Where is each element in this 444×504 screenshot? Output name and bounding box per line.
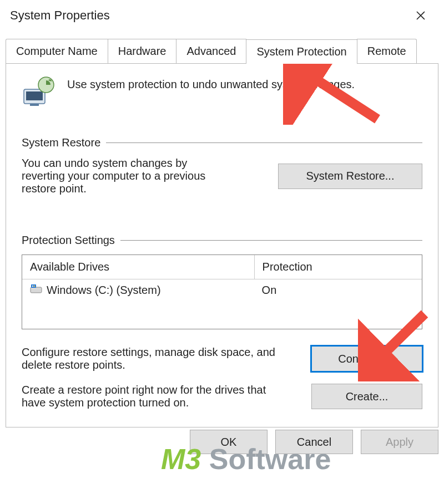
drive-table: Available Drives Protection Windows (C:)… xyxy=(22,254,422,329)
system-restore-button[interactable]: System Restore... xyxy=(278,164,422,189)
create-desc: Create a restore point right now for the… xyxy=(22,384,277,409)
group-header-system-restore: System Restore xyxy=(22,136,422,149)
drive-icon xyxy=(30,284,42,297)
close-icon xyxy=(416,8,426,23)
group-title: Protection Settings xyxy=(22,234,115,247)
drive-protection-status: On xyxy=(254,279,422,301)
window-title: System Properties xyxy=(10,8,110,23)
titlebar: System Properties xyxy=(0,0,444,29)
tab-advanced[interactable]: Advanced xyxy=(176,39,246,63)
svg-rect-1 xyxy=(26,91,43,100)
configure-desc: Configure restore settings, manage disk … xyxy=(22,346,277,371)
svg-rect-4 xyxy=(31,287,42,293)
col-protection[interactable]: Protection xyxy=(254,255,422,279)
divider xyxy=(120,240,422,241)
svg-rect-5 xyxy=(31,284,36,288)
table-header: Available Drives Protection xyxy=(22,255,422,279)
svg-rect-6 xyxy=(32,286,33,287)
svg-rect-7 xyxy=(34,286,35,287)
configure-row: Configure restore settings, manage disk … xyxy=(22,346,422,371)
ok-button[interactable]: OK xyxy=(190,430,268,454)
tab-strip: Computer Name Hardware Advanced System P… xyxy=(6,39,438,64)
group-title: System Restore xyxy=(22,136,100,149)
col-available-drives[interactable]: Available Drives xyxy=(22,255,254,279)
configure-button[interactable]: Configure... xyxy=(311,346,422,371)
tab-panel-system-protection: Use system protection to undo unwanted s… xyxy=(6,64,438,427)
tab-system-protection[interactable]: System Protection xyxy=(246,39,357,64)
close-button[interactable] xyxy=(405,6,436,26)
table-row[interactable]: Windows (C:) (System) On xyxy=(22,279,422,301)
create-row: Create a restore point right now for the… xyxy=(22,384,422,409)
create-button[interactable]: Create... xyxy=(311,384,422,409)
table-spacer xyxy=(22,301,422,329)
apply-button[interactable]: Apply xyxy=(361,430,438,454)
system-restore-desc: You can undo system changes by reverting… xyxy=(22,157,233,195)
svg-rect-2 xyxy=(30,104,39,106)
divider xyxy=(106,142,422,143)
intro-row: Use system protection to undo unwanted s… xyxy=(22,76,422,112)
group-header-protection-settings: Protection Settings xyxy=(22,234,422,247)
shield-monitor-icon xyxy=(22,76,56,112)
intro-text: Use system protection to undo unwanted s… xyxy=(67,76,355,91)
dialog-button-bar: OK Cancel Apply xyxy=(6,430,438,454)
drive-name: Windows (C:) (System) xyxy=(47,284,161,297)
cancel-button[interactable]: Cancel xyxy=(275,430,353,454)
system-restore-row: You can undo system changes by reverting… xyxy=(22,157,422,195)
tab-computer-name[interactable]: Computer Name xyxy=(6,39,108,63)
tab-hardware[interactable]: Hardware xyxy=(108,39,177,63)
tab-remote[interactable]: Remote xyxy=(357,39,417,63)
